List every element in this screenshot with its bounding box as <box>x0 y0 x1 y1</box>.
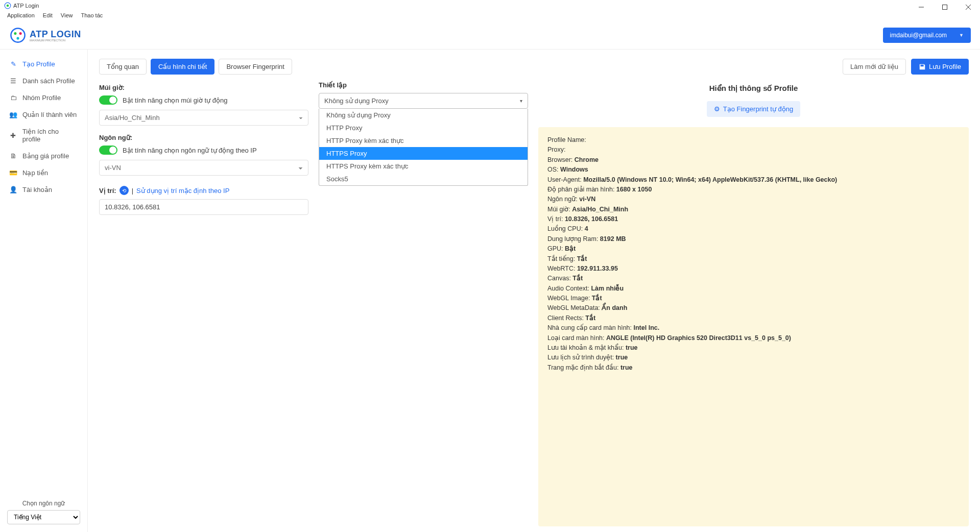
proxy-option[interactable]: HTTP Proxy <box>319 122 528 134</box>
profile-param-row: Luồng CPU: 4 <box>547 224 960 234</box>
profile-param-row: Độ phân giải màn hình: 1680 x 1050 <box>547 185 960 195</box>
logo-icon <box>9 27 27 44</box>
sidebar-item-label: Bảng giá profile <box>22 152 69 160</box>
profile-param-value: vi-VN <box>579 196 595 203</box>
sidebar-item-nap-tien[interactable]: 💳Nạp tiền <box>0 164 87 181</box>
profile-param-label: Ngôn ngữ: <box>547 196 579 203</box>
language-select-form[interactable]: vi-VN <box>99 160 308 176</box>
profile-param-row: WebRTC: 192.911.33.95 <box>547 264 960 274</box>
sidebar-item-tai-khoan[interactable]: 👤Tài khoản <box>0 181 87 198</box>
save-button-label: Lưu Profile <box>929 63 961 70</box>
svg-point-9 <box>16 37 19 39</box>
profile-param-label: Loại card màn hình: <box>547 334 606 342</box>
language-toggle-label: Bật tính năng chọn ngôn ngữ tự động theo… <box>123 147 257 154</box>
sidebar-item-danh-sach[interactable]: ☰Danh sách Profile <box>0 72 87 89</box>
profile-param-value: Tắt <box>577 255 587 262</box>
timezone-auto-toggle[interactable] <box>99 95 117 105</box>
profile-param-row: Tắt tiếng: Tắt <box>547 254 960 264</box>
tab-fingerprint[interactable]: Browser Fingerprint <box>219 59 292 75</box>
profile-param-value: ANGLE (Intel(R) HD Graphics 520 Direct3D… <box>606 334 791 342</box>
user-email: imdaibui@gmail.com <box>890 32 947 39</box>
sidebar-item-bang-gia[interactable]: 🗎Bảng giá profile <box>0 148 87 164</box>
user-menu-button[interactable]: imdaibui@gmail.com ▼ <box>883 28 971 43</box>
menu-thaotac[interactable]: Thao tác <box>77 11 107 21</box>
save-profile-button[interactable]: Lưu Profile <box>911 59 969 75</box>
profile-param-row: Loại card màn hình: ANGLE (Intel(R) HD G… <box>547 333 960 343</box>
sidebar-item-nhom[interactable]: 🗀Nhóm Profile <box>0 89 87 106</box>
auto-fingerprint-label: Tạo Fingerprint tự động <box>723 105 793 113</box>
profile-param-row: Ngôn ngữ: vi-VN <box>547 195 960 204</box>
card-icon: 💳 <box>9 169 17 177</box>
sidebar-item-label: Nạp tiền <box>22 169 48 177</box>
refresh-location-icon[interactable]: ⟲ <box>119 186 129 195</box>
logo: ATP LOGIN MAXIMUM PROTECTION <box>9 27 81 44</box>
profile-param-label: Dung lượng Ram: <box>547 235 600 243</box>
profile-param-label: Audio Context: <box>547 285 591 292</box>
profile-param-row: Múi giờ: Asia/Ho_Chi_Minh <box>547 205 960 214</box>
list-icon: ☰ <box>9 77 17 85</box>
profile-param-label: WebRTC: <box>547 265 577 272</box>
window-controls <box>910 0 980 14</box>
profile-param-row: WebGL Image: Tắt <box>547 294 960 303</box>
menu-view[interactable]: View <box>57 11 77 21</box>
proxy-option[interactable]: Socks5 <box>319 173 528 185</box>
timezone-toggle-label: Bật tính năng chọn múi giờ tự động <box>123 96 228 104</box>
profile-param-value: Bật <box>565 245 576 252</box>
timezone-label: Múi giờ: <box>99 84 308 91</box>
sidebar-item-tao-profile[interactable]: ✎Tạo Profile <box>0 56 87 72</box>
proxy-option[interactable]: HTTP Proxy kèm xác thực <box>319 134 528 147</box>
refresh-data-button[interactable]: Làm mới dữ liệu <box>843 59 906 75</box>
profile-param-row: WebGL MetaData: Ẩn danh <box>547 303 960 313</box>
proxy-dropdown: Không sử dụng Proxy HTTP Proxy HTTP Prox… <box>319 109 528 186</box>
proxy-select[interactable]: Không sử dụng Proxy ▾ <box>319 93 528 109</box>
profile-param-label: Lưu lịch sử trình duyệt: <box>547 354 616 361</box>
users-icon: 👥 <box>9 111 17 118</box>
sidebar-item-tien-ich[interactable]: ✚Tiện ích cho profile <box>0 123 87 148</box>
topbar: ATP LOGIN MAXIMUM PROTECTION imdaibui@gm… <box>0 21 980 50</box>
maximize-button[interactable] <box>933 0 957 14</box>
tab-cau-hinh[interactable]: Cấu hình chi tiết <box>151 59 215 75</box>
close-button[interactable] <box>957 0 980 14</box>
profile-param-value: Mozilla/5.0 (Windows NT 10.0; Win64; x64… <box>583 176 837 183</box>
profile-param-value: Tắt <box>585 315 595 322</box>
profile-param-row: User-Agent: Mozilla/5.0 (Windows NT 10.0… <box>547 175 960 185</box>
profile-param-row: Profile Name: <box>547 135 960 145</box>
profile-param-label: Client Rects: <box>547 315 585 322</box>
language-select[interactable]: Tiếng Việt <box>7 510 80 524</box>
logo-text: ATP LOGIN <box>30 29 81 40</box>
profile-param-row: Trang mặc định bắt đầu: true <box>547 363 960 373</box>
profile-param-row: Vị trí: 10.8326, 106.6581 <box>547 214 960 224</box>
minimize-button[interactable] <box>910 0 933 14</box>
sidebar-item-label: Tiện ích cho profile <box>22 128 78 143</box>
tabs: Tổng quan Cấu hình chi tiết Browser Fing… <box>99 59 308 75</box>
location-input[interactable] <box>99 199 308 215</box>
profile-param-value: Tắt <box>572 275 583 282</box>
timezone-select[interactable]: Asia/Ho_Chi_Minh <box>99 110 308 126</box>
language-auto-toggle[interactable] <box>99 146 117 155</box>
menu-application[interactable]: Application <box>3 11 39 21</box>
tab-tong-quan[interactable]: Tổng quan <box>99 59 147 75</box>
user-icon: 👤 <box>9 186 17 194</box>
profile-param-row: Nhà cung cấp card màn hình: Intel Inc. <box>547 323 960 333</box>
auto-fingerprint-button[interactable]: ⚙ Tạo Fingerprint tự động <box>707 101 800 117</box>
window-title: ATP Login <box>13 3 39 9</box>
gear-icon: ⚙ <box>714 105 720 113</box>
lang-select-label: Chọn ngôn ngữ <box>7 500 80 507</box>
titlebar: ATP Login <box>0 0 980 11</box>
proxy-option[interactable]: HTTPS Proxy kèm xác thực <box>319 160 528 173</box>
profile-param-label: Nhà cung cấp card màn hình: <box>547 324 634 331</box>
proxy-option[interactable]: HTTPS Proxy <box>319 147 528 160</box>
proxy-label: Thiết lập <box>319 81 528 89</box>
profile-param-value: true <box>616 354 628 361</box>
profile-param-value: Windows <box>560 166 588 173</box>
profile-param-label: OS: <box>547 166 560 173</box>
proxy-option[interactable]: Không sử dụng Proxy <box>319 109 528 122</box>
profile-param-row: Canvas: Tắt <box>547 274 960 283</box>
menu-edit[interactable]: Edit <box>39 11 57 21</box>
use-default-location-link[interactable]: Sử dụng vị trí mặc định theo IP <box>136 187 229 195</box>
profile-param-label: GPU: <box>547 245 565 252</box>
sidebar-item-thanh-vien[interactable]: 👥Quản lí thành viên <box>0 106 87 123</box>
profile-param-value: 4 <box>585 225 588 232</box>
profile-param-row: Dung lượng Ram: 8192 MB <box>547 234 960 244</box>
profile-param-row: Proxy: <box>547 145 960 155</box>
